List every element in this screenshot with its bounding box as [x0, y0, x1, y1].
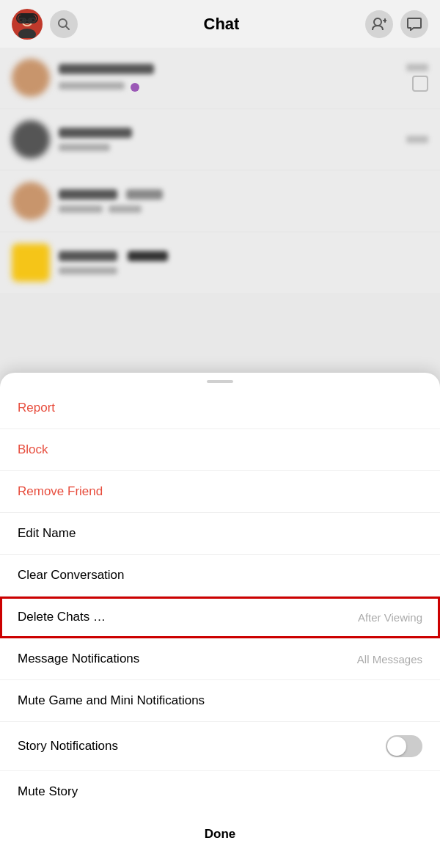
- menu-item-label: Block: [18, 442, 48, 457]
- svg-point-4: [22, 19, 25, 22]
- menu-item-delete-chats[interactable]: Delete Chats … After Viewing: [0, 597, 440, 638]
- menu-item-story-notifications[interactable]: Story Notifications: [0, 722, 440, 771]
- chat-row: [0, 171, 440, 231]
- menu-item-mute-story[interactable]: Mute Story: [0, 771, 440, 812]
- toggle-knob: [387, 737, 406, 756]
- menu-item-label: Mute Game and Mini Notifications: [18, 693, 205, 708]
- menu-item-value: After Viewing: [358, 611, 422, 624]
- chat-time: [406, 136, 428, 143]
- chat-avatar: [12, 59, 50, 97]
- menu-item-remove-friend[interactable]: Remove Friend: [0, 471, 440, 513]
- chat-message: [59, 267, 117, 274]
- chat-message: [59, 205, 103, 213]
- chat-avatar: [12, 244, 50, 282]
- chat-right: [406, 136, 428, 143]
- sheet-handle: [207, 380, 233, 383]
- story-notifications-toggle[interactable]: [386, 735, 422, 757]
- chat-info: [59, 251, 428, 274]
- menu-item-label: Report: [18, 401, 55, 415]
- chat-avatar: [12, 182, 50, 220]
- done-button[interactable]: Done: [0, 815, 440, 853]
- menu-item-edit-name[interactable]: Edit Name: [0, 513, 440, 555]
- chat-right: [406, 64, 428, 92]
- avatar[interactable]: [12, 9, 43, 40]
- menu-item-label: Clear Conversation: [18, 568, 125, 583]
- svg-line-11: [66, 26, 70, 29]
- chat-message: [59, 82, 125, 90]
- header: Chat: [0, 0, 440, 48]
- chat-message2: [109, 205, 142, 213]
- menu-item-mute-game[interactable]: Mute Game and Mini Notifications: [0, 680, 440, 722]
- chat-info: [59, 189, 428, 213]
- chat-name: [59, 251, 117, 261]
- menu-item-label: Edit Name: [18, 526, 76, 541]
- search-button[interactable]: [50, 10, 78, 38]
- chat-name: [59, 189, 117, 200]
- menu-item-block[interactable]: Block: [0, 429, 440, 471]
- chat-type-icon: [412, 76, 428, 92]
- chat-row: [0, 233, 440, 293]
- menu-item-label: Story Notifications: [18, 739, 118, 754]
- svg-point-12: [374, 18, 381, 26]
- menu-item-clear-conversation[interactable]: Clear Conversation: [0, 555, 440, 597]
- chat-name2: [126, 189, 163, 200]
- chat-row: [0, 109, 440, 169]
- chat-name: [59, 128, 132, 138]
- unread-indicator: [131, 83, 139, 92]
- svg-point-5: [29, 19, 32, 22]
- bottom-sheet: Report Block Remove Friend Edit Name Cle…: [0, 373, 440, 868]
- add-friend-button[interactable]: [365, 10, 393, 38]
- header-left: [12, 9, 78, 40]
- chat-avatar: [12, 120, 50, 158]
- chat-message: [59, 144, 110, 151]
- new-chat-button[interactable]: [400, 10, 428, 38]
- header-right: [365, 10, 428, 38]
- chat-time: [406, 64, 428, 71]
- chat-info: [59, 128, 397, 151]
- menu-item-label: Message Notifications: [18, 652, 139, 666]
- menu-item-value: All Messages: [357, 653, 422, 665]
- page-title: Chat: [78, 15, 365, 34]
- chat-name: [59, 64, 154, 74]
- menu-item-label: Delete Chats …: [18, 610, 106, 624]
- chat-name2: [128, 251, 168, 261]
- menu-item-label: Remove Friend: [18, 484, 103, 499]
- chat-row: [0, 48, 440, 108]
- menu-item-message-notifications[interactable]: Message Notifications All Messages: [0, 638, 440, 680]
- menu-item-report[interactable]: Report: [0, 387, 440, 429]
- chat-list-background: [0, 48, 440, 327]
- chat-info: [59, 64, 397, 92]
- menu-item-label: Mute Story: [18, 784, 78, 799]
